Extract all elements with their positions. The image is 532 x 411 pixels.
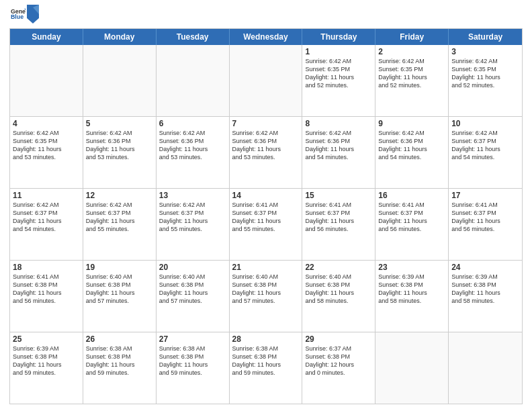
day-number: 26 <box>86 334 153 344</box>
day-info: Sunrise: 6:40 AMSunset: 6:38 PMDaylight:… <box>159 273 226 306</box>
day-number: 14 <box>232 191 300 200</box>
day-info: Sunrise: 6:42 AMSunset: 6:36 PMDaylight:… <box>232 129 300 162</box>
day-info: Sunrise: 6:40 AMSunset: 6:38 PMDaylight:… <box>86 273 153 306</box>
day-info: Sunrise: 6:41 AMSunset: 6:37 PMDaylight:… <box>378 201 445 234</box>
day-info: Sunrise: 6:42 AMSunset: 6:35 PMDaylight:… <box>451 57 519 90</box>
day-number: 18 <box>13 263 80 272</box>
calendar-cell: 4Sunrise: 6:42 AMSunset: 6:35 PMDaylight… <box>10 117 83 188</box>
calendar-cell: 7Sunrise: 6:42 AMSunset: 6:36 PMDaylight… <box>230 117 303 188</box>
day-number: 13 <box>159 191 226 200</box>
calendar-cell: 24Sunrise: 6:39 AMSunset: 6:38 PMDayligh… <box>449 261 522 332</box>
day-info: Sunrise: 6:42 AMSunset: 6:36 PMDaylight:… <box>305 129 372 162</box>
day-info: Sunrise: 6:42 AMSunset: 6:35 PMDaylight:… <box>378 57 445 90</box>
calendar-cell: 10Sunrise: 6:42 AMSunset: 6:37 PMDayligh… <box>449 117 522 188</box>
day-info: Sunrise: 6:38 AMSunset: 6:38 PMDaylight:… <box>159 345 226 377</box>
calendar-row-0: 1Sunrise: 6:42 AMSunset: 6:35 PMDaylight… <box>10 45 522 116</box>
day-info: Sunrise: 6:42 AMSunset: 6:36 PMDaylight:… <box>86 129 153 162</box>
logo: General Blue <box>9 7 39 24</box>
day-number: 11 <box>13 191 80 200</box>
day-number: 20 <box>159 263 226 272</box>
calendar-cell: 15Sunrise: 6:41 AMSunset: 6:37 PMDayligh… <box>302 189 375 260</box>
day-number: 5 <box>86 119 153 128</box>
calendar-cell: 1Sunrise: 6:42 AMSunset: 6:35 PMDaylight… <box>302 45 375 116</box>
day-info: Sunrise: 6:38 AMSunset: 6:38 PMDaylight:… <box>86 345 153 377</box>
day-number: 15 <box>305 191 372 200</box>
calendar-cell: 21Sunrise: 6:40 AMSunset: 6:38 PMDayligh… <box>230 261 303 332</box>
calendar-cell <box>10 45 83 116</box>
calendar-cell: 28Sunrise: 6:38 AMSunset: 6:38 PMDayligh… <box>230 332 303 404</box>
header-day-monday: Monday <box>83 29 157 45</box>
calendar-cell <box>83 45 157 116</box>
day-number: 7 <box>232 119 300 128</box>
day-number: 8 <box>305 119 372 128</box>
day-number: 23 <box>378 263 445 272</box>
header-day-friday: Friday <box>375 29 449 45</box>
day-number: 25 <box>13 334 80 344</box>
calendar-cell: 19Sunrise: 6:40 AMSunset: 6:38 PMDayligh… <box>83 261 157 332</box>
day-number: 17 <box>451 191 519 200</box>
calendar: SundayMondayTuesdayWednesdayThursdayFrid… <box>9 28 523 404</box>
header-day-sunday: Sunday <box>10 29 83 45</box>
header-day-saturday: Saturday <box>449 29 522 45</box>
calendar-cell: 20Sunrise: 6:40 AMSunset: 6:38 PMDayligh… <box>157 261 230 332</box>
calendar-cell: 2Sunrise: 6:42 AMSunset: 6:35 PMDaylight… <box>375 45 449 116</box>
day-info: Sunrise: 6:42 AMSunset: 6:37 PMDaylight:… <box>13 201 80 234</box>
calendar-row-4: 25Sunrise: 6:39 AMSunset: 6:38 PMDayligh… <box>10 332 522 404</box>
day-number: 4 <box>13 119 80 128</box>
calendar-cell: 26Sunrise: 6:38 AMSunset: 6:38 PMDayligh… <box>83 332 157 404</box>
day-number: 19 <box>86 263 153 272</box>
day-number: 28 <box>232 334 300 344</box>
calendar-cell <box>157 45 230 116</box>
calendar-row-3: 18Sunrise: 6:41 AMSunset: 6:38 PMDayligh… <box>10 260 522 332</box>
logo-icon: General Blue <box>11 7 26 21</box>
day-info: Sunrise: 6:40 AMSunset: 6:38 PMDaylight:… <box>232 273 300 306</box>
day-info: Sunrise: 6:40 AMSunset: 6:38 PMDaylight:… <box>305 273 372 306</box>
day-info: Sunrise: 6:41 AMSunset: 6:37 PMDaylight:… <box>451 201 519 234</box>
calendar-row-1: 4Sunrise: 6:42 AMSunset: 6:35 PMDaylight… <box>10 116 522 188</box>
calendar-cell: 22Sunrise: 6:40 AMSunset: 6:38 PMDayligh… <box>302 261 375 332</box>
header-day-tuesday: Tuesday <box>157 29 230 45</box>
day-info: Sunrise: 6:39 AMSunset: 6:38 PMDaylight:… <box>378 273 445 306</box>
calendar-cell: 12Sunrise: 6:42 AMSunset: 6:37 PMDayligh… <box>83 189 157 260</box>
day-number: 3 <box>451 47 519 56</box>
svg-text:Blue: Blue <box>11 13 24 20</box>
day-info: Sunrise: 6:42 AMSunset: 6:37 PMDaylight:… <box>86 201 153 234</box>
day-info: Sunrise: 6:42 AMSunset: 6:35 PMDaylight:… <box>305 57 372 90</box>
calendar-cell: 13Sunrise: 6:42 AMSunset: 6:37 PMDayligh… <box>157 189 230 260</box>
day-info: Sunrise: 6:38 AMSunset: 6:38 PMDaylight:… <box>232 345 300 377</box>
day-info: Sunrise: 6:42 AMSunset: 6:35 PMDaylight:… <box>13 129 80 162</box>
day-number: 24 <box>451 263 519 272</box>
day-info: Sunrise: 6:42 AMSunset: 6:36 PMDaylight:… <box>378 129 445 162</box>
day-info: Sunrise: 6:37 AMSunset: 6:38 PMDaylight:… <box>305 345 372 377</box>
calendar-cell: 23Sunrise: 6:39 AMSunset: 6:38 PMDayligh… <box>375 261 449 332</box>
day-number: 12 <box>86 191 153 200</box>
calendar-cell <box>230 45 303 116</box>
calendar-cell: 14Sunrise: 6:41 AMSunset: 6:37 PMDayligh… <box>230 189 303 260</box>
day-number: 6 <box>159 119 226 128</box>
calendar-row-2: 11Sunrise: 6:42 AMSunset: 6:37 PMDayligh… <box>10 188 522 260</box>
calendar-cell: 27Sunrise: 6:38 AMSunset: 6:38 PMDayligh… <box>157 332 230 404</box>
calendar-cell: 8Sunrise: 6:42 AMSunset: 6:36 PMDaylight… <box>302 117 375 188</box>
day-info: Sunrise: 6:42 AMSunset: 6:37 PMDaylight:… <box>159 201 226 234</box>
calendar-cell <box>375 332 449 404</box>
day-info: Sunrise: 6:42 AMSunset: 6:36 PMDaylight:… <box>159 129 226 162</box>
day-number: 27 <box>159 334 226 344</box>
calendar-cell: 16Sunrise: 6:41 AMSunset: 6:37 PMDayligh… <box>375 189 449 260</box>
day-number: 10 <box>451 119 519 128</box>
day-number: 22 <box>305 263 372 272</box>
calendar-cell: 6Sunrise: 6:42 AMSunset: 6:36 PMDaylight… <box>157 117 230 188</box>
day-info: Sunrise: 6:39 AMSunset: 6:38 PMDaylight:… <box>451 273 519 306</box>
day-number: 16 <box>378 191 445 200</box>
calendar-cell: 5Sunrise: 6:42 AMSunset: 6:36 PMDaylight… <box>83 117 157 188</box>
day-info: Sunrise: 6:42 AMSunset: 6:37 PMDaylight:… <box>451 129 519 162</box>
day-info: Sunrise: 6:39 AMSunset: 6:38 PMDaylight:… <box>13 345 80 377</box>
day-number: 21 <box>232 263 300 272</box>
page: General Blue SundayMondayTuesdayWednesda… <box>0 0 532 411</box>
header-day-thursday: Thursday <box>302 29 375 45</box>
day-number: 1 <box>305 47 372 56</box>
calendar-cell: 11Sunrise: 6:42 AMSunset: 6:37 PMDayligh… <box>10 189 83 260</box>
day-number: 9 <box>378 119 445 128</box>
calendar-cell: 9Sunrise: 6:42 AMSunset: 6:36 PMDaylight… <box>375 117 449 188</box>
header: General Blue <box>9 7 523 24</box>
calendar-cell: 29Sunrise: 6:37 AMSunset: 6:38 PMDayligh… <box>302 332 375 404</box>
